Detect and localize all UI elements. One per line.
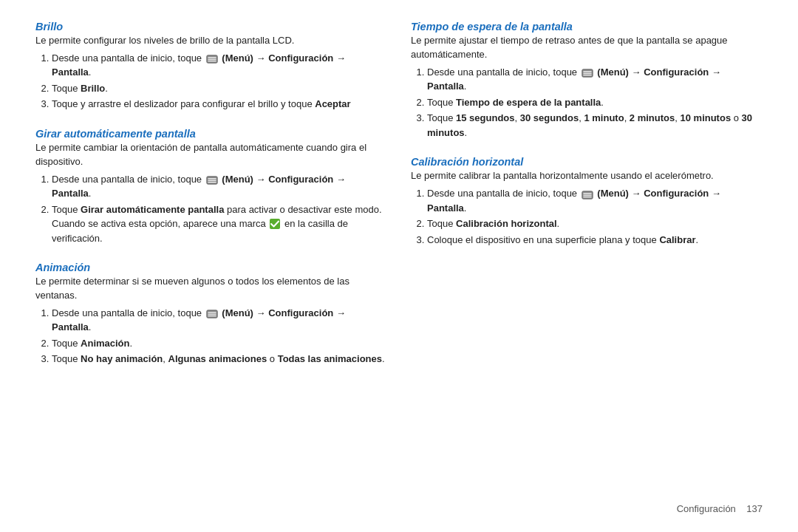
- menu-icon-tiempo: [582, 67, 593, 76]
- svg-rect-7: [208, 182, 216, 183]
- step-calibracion-2: Toque Calibración horizontal.: [427, 216, 763, 231]
- check-icon: [270, 219, 280, 229]
- desc-girar: Le permite cambiar la orientación de pan…: [35, 141, 387, 169]
- content-area: Brillo Le permite configurar los niveles…: [35, 21, 763, 496]
- title-brillo: Brillo: [35, 21, 387, 33]
- desc-animacion: Le permite determinar si se mueven algun…: [35, 275, 387, 303]
- step-animacion-2: Toque Animación.: [52, 336, 387, 351]
- svg-rect-5: [208, 178, 216, 179]
- svg-rect-11: [208, 314, 216, 315]
- left-column: Brillo Le permite configurar los niveles…: [35, 21, 387, 496]
- title-girar: Girar automáticamente pantalla: [35, 128, 387, 140]
- svg-rect-19: [583, 194, 591, 195]
- svg-rect-1: [208, 58, 216, 58]
- svg-rect-15: [583, 73, 591, 74]
- menu-icon-calibracion: [582, 189, 593, 198]
- steps-animacion: Desde una pantalla de inicio, toque (Men…: [52, 306, 387, 366]
- footer-section-label: Configuración: [677, 503, 736, 514]
- svg-rect-2: [208, 59, 216, 60]
- svg-rect-20: [583, 197, 591, 197]
- footer: Configuración 137: [35, 496, 763, 514]
- steps-tiempo: Desde una pantalla de inicio, toque (Men…: [427, 65, 763, 140]
- steps-brillo: Desde una pantalla de inicio, toque (Men…: [52, 51, 387, 112]
- svg-rect-3: [208, 61, 216, 61]
- step-tiempo-3: Toque 15 segundos, 30 segundos, 1 minuto…: [427, 111, 763, 140]
- section-brillo: Brillo Le permite configurar los niveles…: [35, 21, 387, 113]
- section-girar: Girar automáticamente pantalla Le permit…: [35, 128, 387, 247]
- svg-rect-12: [208, 316, 216, 316]
- desc-tiempo: Le permite ajustar el tiempo de retraso …: [411, 34, 763, 62]
- step-animacion-3: Toque No hay animación, Algunas animacio…: [52, 352, 387, 366]
- page: Brillo Le permite configurar los niveles…: [0, 0, 798, 532]
- menu-icon: [206, 53, 218, 62]
- svg-rect-10: [208, 312, 216, 313]
- step-brillo-1: Desde una pantalla de inicio, toque (Men…: [52, 51, 387, 80]
- step-calibracion-3: Coloque el dispositivo en una superficie…: [427, 233, 763, 248]
- step-girar-2: Toque Girar automáticamente pantalla par…: [52, 202, 387, 246]
- config-path-1: Configuración → Pantalla: [52, 52, 346, 78]
- step-brillo-3: Toque y arrastre el deslizador para conf…: [52, 97, 387, 112]
- svg-rect-14: [583, 71, 591, 72]
- title-tiempo: Tiempo de espera de la pantalla: [411, 21, 763, 33]
- steps-calibracion: Desde una pantalla de inicio, toque (Men…: [427, 186, 763, 247]
- footer-page-number: 137: [746, 503, 763, 514]
- step-calibracion-1: Desde una pantalla de inicio, toque (Men…: [427, 186, 763, 215]
- right-column: Tiempo de espera de la pantalla Le permi…: [411, 21, 763, 496]
- title-calibracion: Calibración horizontal: [411, 156, 763, 168]
- section-animacion: Animación Le permite determinar si se mu…: [35, 262, 387, 368]
- step-animacion-1: Desde una pantalla de inicio, toque (Men…: [52, 306, 387, 335]
- svg-rect-18: [583, 193, 591, 194]
- svg-rect-6: [208, 180, 216, 181]
- menu-icon-girar: [206, 174, 218, 183]
- step-girar-1: Desde una pantalla de inicio, toque (Men…: [52, 172, 387, 201]
- steps-girar: Desde una pantalla de inicio, toque (Men…: [52, 172, 387, 246]
- step-tiempo-1: Desde una pantalla de inicio, toque (Men…: [427, 65, 763, 94]
- svg-rect-16: [583, 75, 591, 75]
- menu-icon-animacion: [206, 308, 218, 317]
- menu-label-1: (Menú) →: [222, 52, 265, 64]
- desc-calibracion: Le permite calibrar la pantalla horizont…: [411, 169, 763, 183]
- step-brillo-2: Toque Brillo.: [52, 81, 387, 96]
- step-tiempo-2: Toque Tiempo de espera de la pantalla.: [427, 95, 763, 110]
- desc-brillo: Le permite configurar los niveles de bri…: [35, 34, 387, 48]
- title-animacion: Animación: [35, 262, 387, 273]
- section-tiempo: Tiempo de espera de la pantalla Le permi…: [411, 21, 763, 141]
- section-calibracion: Calibración horizontal Le permite calibr…: [411, 156, 763, 248]
